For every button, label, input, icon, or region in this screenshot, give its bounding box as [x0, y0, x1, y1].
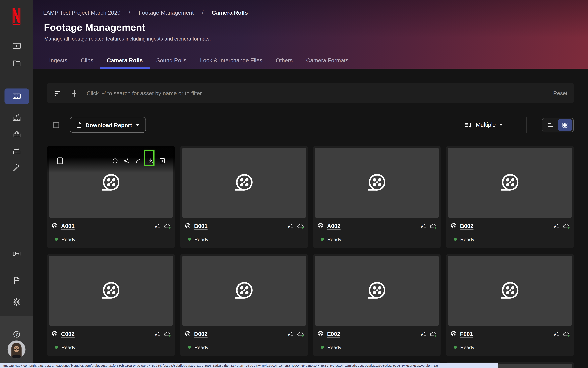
- asset-thumbnail: [182, 256, 306, 326]
- film-reel-icon: [367, 172, 387, 193]
- chevron-down-icon: [136, 124, 139, 126]
- filter-icon[interactable]: [54, 89, 62, 97]
- tab-bar: Ingests Clips Camera Rolls Sound Rolls L…: [42, 53, 355, 69]
- sidebar-item-video[interactable]: [0, 38, 33, 53]
- export-icon: [12, 249, 21, 258]
- asset-title-link[interactable]: D002: [194, 331, 208, 337]
- chevron-down-icon: [499, 124, 503, 126]
- asset-title-link[interactable]: B002: [460, 222, 473, 229]
- sidebar-item-archive[interactable]: [0, 144, 33, 159]
- asset-card-a001[interactable]: A001 v1 Ready: [47, 146, 175, 248]
- netflix-n-icon: [10, 8, 22, 26]
- status-label: Ready: [460, 236, 474, 242]
- breadcrumb-project[interactable]: LAMP Test Project March 2020: [43, 9, 120, 16]
- cloud-sync-icon: [296, 222, 304, 229]
- version-label: v1: [553, 222, 559, 229]
- sidebar-item-flags[interactable]: [0, 273, 33, 288]
- asset-card-b001[interactable]: B001 v1 Ready: [180, 146, 308, 248]
- asset-card-d002[interactable]: D002 v1 Ready: [180, 254, 308, 356]
- browser-status-url: https://pr-4207-contenthub.us-east-1.nq.…: [0, 363, 498, 368]
- netflix-logo[interactable]: [10, 8, 22, 26]
- tab-clips[interactable]: Clips: [74, 53, 100, 69]
- asset-card-e002[interactable]: E002 v1 Ready: [313, 254, 441, 356]
- breadcrumb-footage-management[interactable]: Footage Management: [139, 9, 194, 16]
- status-label: Ready: [194, 344, 208, 350]
- list-view-button[interactable]: [543, 119, 558, 131]
- version-label: v1: [288, 331, 294, 337]
- sort-icon: [464, 121, 472, 129]
- grid-view-button[interactable]: [558, 119, 572, 131]
- video-player-icon: [12, 41, 21, 50]
- grid-view-icon: [562, 122, 568, 128]
- tab-camera-formats[interactable]: Camera Formats: [299, 53, 355, 69]
- asset-title-link[interactable]: E002: [327, 331, 340, 337]
- camera-roll-icon: [450, 222, 457, 229]
- download-report-button[interactable]: Download Report: [70, 117, 146, 133]
- asset-title-link[interactable]: B001: [194, 222, 208, 229]
- tab-sound-rolls[interactable]: Sound Rolls: [149, 53, 193, 69]
- info-icon[interactable]: [112, 157, 119, 164]
- annotation-download-highlight: [144, 150, 155, 166]
- film-strip-icon: [12, 92, 21, 101]
- sidebar-item-help[interactable]: [0, 327, 33, 342]
- camera-roll-icon: [184, 331, 191, 337]
- status-dot: [188, 238, 191, 241]
- asset-title-link[interactable]: A001: [61, 222, 75, 229]
- asset-card-a002[interactable]: A002 v1 Ready: [313, 146, 441, 248]
- status-label: Ready: [460, 344, 474, 350]
- list-view-icon: [547, 122, 554, 128]
- add-to-icon[interactable]: [159, 157, 166, 164]
- camera-roll-icon: [317, 222, 324, 229]
- film-sparkle-icon: [12, 113, 21, 122]
- help-icon: [12, 330, 21, 338]
- download-report-label: Download Report: [85, 122, 132, 128]
- tab-look-interchange-files[interactable]: Look & Interchange Files: [193, 53, 269, 69]
- version-label: v1: [553, 331, 559, 337]
- sidebar-item-magic-tools[interactable]: [0, 160, 33, 175]
- status-label: Ready: [327, 236, 341, 242]
- main-content: Click '+' to search for asset by name or…: [33, 69, 588, 368]
- sort-value: Multiple: [476, 121, 496, 128]
- breadcrumb-separator: /: [129, 9, 130, 16]
- sidebar-item-export[interactable]: [0, 246, 33, 261]
- search-placeholder[interactable]: Click '+' to search for asset by name or…: [87, 90, 553, 96]
- flag-icon: [12, 276, 21, 284]
- share-icon[interactable]: [124, 157, 130, 164]
- asset-search-bar[interactable]: Click '+' to search for asset by name or…: [47, 83, 574, 103]
- avatar-photo: [8, 340, 26, 359]
- camera-roll-icon: [51, 222, 58, 229]
- add-filter-plus-icon[interactable]: [71, 89, 78, 97]
- asset-title-link[interactable]: F001: [460, 331, 473, 337]
- card-select-checkbox[interactable]: [57, 157, 63, 164]
- sidebar-item-settings[interactable]: [0, 294, 33, 309]
- sidebar-item-camera-rolls-active[interactable]: [4, 89, 29, 104]
- tab-others[interactable]: Others: [269, 53, 299, 69]
- asset-title-link[interactable]: A002: [327, 222, 340, 229]
- tab-ingests[interactable]: Ingests: [42, 53, 74, 69]
- breadcrumb: LAMP Test Project March 2020 / Footage M…: [43, 9, 248, 16]
- film-reel-icon: [499, 280, 520, 301]
- asset-card-f001[interactable]: F001 v1 Ready: [446, 254, 574, 356]
- status-dot: [321, 346, 324, 349]
- camera-roll-icon: [184, 222, 191, 229]
- version-label: v1: [155, 222, 160, 229]
- reset-button[interactable]: Reset: [553, 90, 567, 96]
- sidebar-item-folder[interactable]: [0, 55, 33, 71]
- sort-dropdown[interactable]: Multiple: [464, 121, 503, 129]
- forward-icon[interactable]: [135, 157, 142, 164]
- tab-camera-rolls[interactable]: Camera Rolls: [100, 53, 149, 69]
- version-label: v1: [288, 222, 294, 229]
- asset-thumbnail: [448, 256, 572, 326]
- asset-title-link[interactable]: C002: [61, 331, 75, 337]
- sidebar-item-dailies[interactable]: [0, 110, 33, 125]
- status-dot: [454, 238, 457, 241]
- asset-card-b002[interactable]: B002 v1 Ready: [446, 146, 574, 248]
- select-all-checkbox[interactable]: [53, 122, 59, 128]
- status-label: Ready: [61, 236, 75, 242]
- cloud-sync-icon: [296, 331, 304, 337]
- asset-thumbnail: [49, 256, 173, 326]
- sidebar-item-editorial[interactable]: [0, 126, 33, 141]
- user-avatar[interactable]: [8, 340, 26, 359]
- sidebar: [0, 0, 33, 368]
- asset-card-c002[interactable]: C002 v1 Ready: [47, 254, 175, 356]
